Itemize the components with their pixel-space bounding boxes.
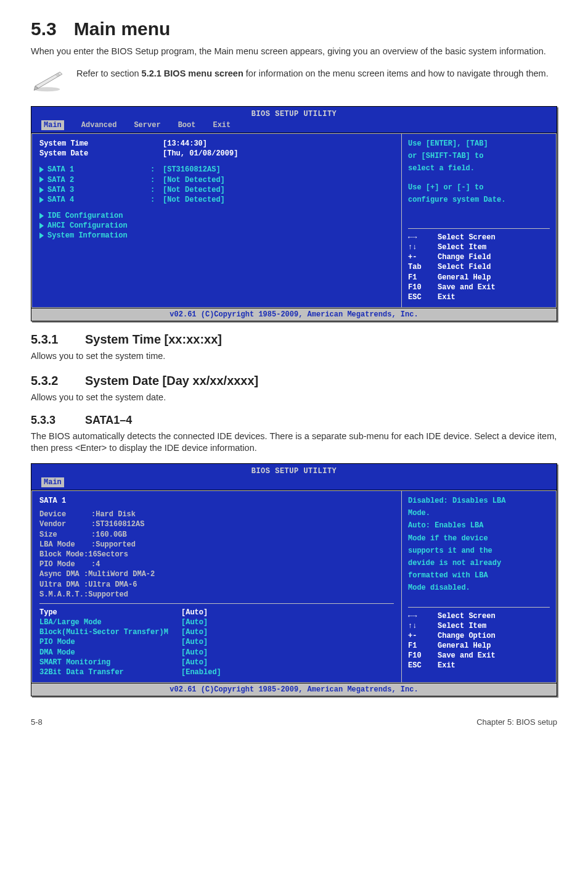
hint-desc: Change Option: [438, 631, 550, 641]
info-line: LBA Mode:Supported: [39, 540, 394, 550]
row-32bit[interactable]: 32Bit Data Transfer[Enabled]: [39, 667, 394, 677]
row-sata-3[interactable]: SATA 3 : [Not Detected]: [39, 185, 394, 195]
help-line: Use [+] or [-] to: [408, 183, 550, 192]
hint-key: F1: [408, 641, 438, 651]
hint-desc: Select Item: [438, 621, 550, 631]
row-block-transfer[interactable]: Block(Multi-Sector Transfer)M[Auto]: [39, 627, 394, 637]
row-system-info[interactable]: System Information: [39, 231, 394, 241]
hint-key: ESC: [408, 661, 438, 670]
help-line: Auto: Enables LBA: [408, 521, 550, 530]
sub-title: SATA1–4: [85, 414, 132, 426]
triangle-icon: [39, 167, 44, 173]
note-text: Refer to section 5.2.1 BIOS menu screen …: [76, 67, 557, 80]
bios-panel-sata: BIOS SETUP UTILITY Main SATA 1 Device:Ha…: [31, 463, 557, 697]
info-line: Vendor:ST3160812AS: [39, 519, 394, 529]
info-line: Size:160.0GB: [39, 530, 394, 540]
bios-panel-main: BIOS SETUP UTILITY MainAdvancedServerBoo…: [31, 106, 557, 322]
page-footer: 5-8 Chapter 5: BIOS setup: [31, 717, 557, 727]
help-line: formatted with LBA: [408, 571, 550, 580]
sub-body: Allows you to set the system time.: [31, 350, 557, 363]
chapter-label: Chapter 5: BIOS setup: [476, 717, 557, 727]
label-system-time: System Time: [39, 139, 150, 149]
help-line: supports it and the: [408, 546, 550, 556]
sub-body: The BIOS automatically detects the conne…: [31, 431, 557, 455]
tab-exit[interactable]: Exit: [213, 120, 231, 130]
row-system-date[interactable]: System Date [Thu, 01/08/2009]: [39, 149, 394, 159]
hint-key: +-: [408, 252, 438, 262]
sub-num: 5.3.3: [31, 414, 85, 427]
bios-footer: v02.61 (C)Copyright 1985-2009, American …: [31, 683, 557, 696]
hint-key: F1: [408, 273, 438, 283]
bios-right-pane: Disabled: Disables LBA Mode. Auto: Enabl…: [401, 490, 557, 683]
bios-left-pane: System Time [13:44:30] System Date [Thu,…: [31, 133, 401, 308]
hint-key: F10: [408, 651, 438, 661]
note-suffix: for information on the menu screen items…: [243, 68, 549, 78]
row-sata-1[interactable]: SATA 1 : [ST3160812AS]: [39, 165, 394, 175]
bios-left-pane: SATA 1 Device:Hard Disk Vendor:ST3160812…: [31, 490, 401, 683]
help-line: configure system Date.: [408, 195, 550, 205]
value-sata3: [Not Detected]: [163, 185, 394, 195]
label-sata3: SATA 3: [47, 186, 74, 194]
row-ahci-config[interactable]: AHCI Configuration: [39, 221, 394, 231]
row-pio-mode[interactable]: PIO Mode[Auto]: [39, 637, 394, 647]
subheading-533: 5.3.3SATA1–4: [31, 414, 557, 427]
hint-key: Tab: [408, 262, 438, 272]
help-line: or [SHIFT-TAB] to: [408, 151, 550, 161]
hint-block: ←→Select Screen ↑↓Select Item +-Change O…: [408, 607, 550, 671]
hint-key: +-: [408, 631, 438, 641]
help-line: Mode if the device: [408, 534, 550, 543]
value-sata1: [ST3160812AS]: [163, 165, 394, 175]
sata-header: SATA 1: [39, 496, 394, 506]
subheading-532: 5.3.2System Date [Day xx/xx/xxxx]: [31, 374, 557, 388]
hint-desc: Save and Exit: [438, 651, 550, 661]
hint-desc: General Help: [438, 641, 550, 651]
tab-advanced[interactable]: Advanced: [81, 120, 117, 130]
hint-desc: Select Field: [438, 262, 550, 272]
hint-key: ←→: [408, 233, 438, 242]
row-type[interactable]: Type[Auto]: [39, 608, 394, 617]
info-line: Ultra DMA :Ultra DMA-6: [39, 580, 394, 590]
info-line: S.M.A.R.T.:Supported: [39, 590, 394, 600]
hint-key: ↑↓: [408, 621, 438, 631]
page-number: 5-8: [31, 717, 43, 727]
label-sata1: SATA 1: [47, 165, 74, 174]
info-line: PIO Mode:4: [39, 559, 394, 569]
note-icon: [31, 67, 65, 95]
row-sata-4[interactable]: SATA 4 : [Not Detected]: [39, 195, 394, 205]
hint-desc: Exit: [438, 292, 550, 302]
triangle-icon: [39, 176, 44, 183]
label-system-date: System Date: [39, 149, 150, 159]
triangle-icon: [39, 233, 44, 239]
note-prefix: Refer to section: [76, 68, 142, 78]
hint-desc: Select Item: [438, 242, 550, 252]
label-sata2: SATA 2: [47, 176, 74, 184]
hint-key: ←→: [408, 611, 438, 621]
label-system-info: System Information: [47, 231, 128, 240]
triangle-icon: [39, 187, 44, 193]
note-bold: 5.2.1 BIOS menu screen: [142, 68, 243, 78]
row-dma-mode[interactable]: DMA Mode[Auto]: [39, 648, 394, 658]
separator: [39, 603, 394, 604]
hint-desc: Select Screen: [438, 611, 550, 621]
section-title-text: Main menu: [74, 19, 171, 39]
help-line: Mode disabled.: [408, 583, 550, 593]
value-sata4: [Not Detected]: [163, 195, 394, 205]
row-ide-config[interactable]: IDE Configuration: [39, 211, 394, 221]
row-system-time[interactable]: System Time [13:44:30]: [39, 139, 394, 149]
value-system-date: [Thu, 01/08/2009]: [163, 149, 394, 159]
row-lba-large[interactable]: LBA/Large Mode[Auto]: [39, 617, 394, 627]
triangle-icon: [39, 223, 44, 229]
bios-right-pane: Use [ENTER], [TAB] or [SHIFT-TAB] to sel…: [401, 133, 557, 308]
hint-desc: Exit: [438, 661, 550, 670]
row-sata-2[interactable]: SATA 2 : [Not Detected]: [39, 175, 394, 185]
tab-server[interactable]: Server: [134, 120, 160, 130]
row-smart[interactable]: SMART Monitoring[Auto]: [39, 658, 394, 667]
bios-footer: v02.61 (C)Copyright 1985-2009, American …: [31, 308, 557, 321]
tab-main[interactable]: Main: [41, 120, 64, 130]
info-line: Async DMA :MultiWord DMA-2: [39, 569, 394, 579]
hint-desc: Change Field: [438, 252, 550, 262]
label-sata4: SATA 4: [47, 196, 74, 204]
tab-main[interactable]: Main: [41, 477, 64, 487]
tab-boot[interactable]: Boot: [178, 120, 196, 130]
help-line: devide is not already: [408, 558, 550, 568]
